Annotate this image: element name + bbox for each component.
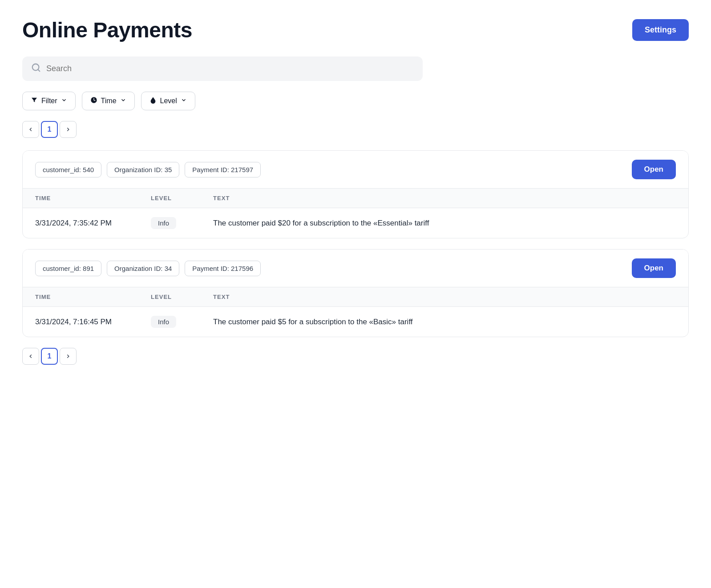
level-badge-2: Info — [151, 316, 176, 328]
page-title: Online Payments — [22, 18, 192, 42]
svg-line-1 — [38, 69, 40, 71]
customer-id-tag-2: customer_id: 891 — [35, 261, 101, 276]
card-header-1: customer_id: 540 Organization ID: 35 Pay… — [23, 151, 688, 188]
table-row: 3/31/2024, 7:35:42 PM Info The customer … — [23, 208, 688, 238]
col-header-level-2: LEVEL — [138, 287, 201, 307]
current-page-top: 1 — [41, 121, 58, 138]
filter-icon — [31, 97, 38, 105]
search-icon — [31, 63, 41, 75]
row-time-1: 3/31/2024, 7:35:42 PM — [23, 208, 138, 238]
level-filter-button[interactable]: Level — [141, 92, 195, 110]
time-label: Time — [101, 97, 117, 105]
card-tags-2: customer_id: 891 Organization ID: 34 Pay… — [35, 261, 261, 276]
time-filter-button[interactable]: Time — [82, 92, 135, 110]
filter-button[interactable]: Filter — [22, 92, 76, 110]
col-header-time-1: TIME — [23, 189, 138, 208]
col-header-text-2: TEXT — [201, 287, 688, 307]
next-page-bottom-button[interactable] — [60, 348, 77, 365]
prev-page-bottom-button[interactable] — [22, 348, 39, 365]
open-button-2[interactable]: Open — [632, 258, 676, 278]
col-header-time-2: TIME — [23, 287, 138, 307]
level-chevron-icon — [181, 97, 187, 105]
table-header-row-1: TIME LEVEL TEXT — [23, 189, 688, 208]
organization-id-tag-2: Organization ID: 34 — [107, 261, 179, 276]
payment-table-2: TIME LEVEL TEXT 3/31/2024, 7:16:45 PM In… — [23, 287, 688, 337]
pagination-top: 1 — [22, 121, 689, 138]
row-level-1: Info — [138, 208, 201, 238]
payment-id-tag-2: Payment ID: 217596 — [185, 261, 261, 276]
time-chevron-icon — [120, 97, 126, 105]
pagination-bottom: 1 — [22, 348, 689, 365]
level-badge-1: Info — [151, 217, 176, 229]
card-tags-1: customer_id: 540 Organization ID: 35 Pay… — [35, 162, 261, 177]
payment-table-1: TIME LEVEL TEXT 3/31/2024, 7:35:42 PM In… — [23, 188, 688, 238]
level-label: Level — [160, 97, 177, 105]
filter-chevron-icon — [61, 97, 67, 105]
next-page-top-button[interactable] — [60, 121, 77, 138]
payment-id-tag-1: Payment ID: 217597 — [185, 162, 261, 177]
page-header: Online Payments Settings — [22, 18, 689, 42]
col-header-level-1: LEVEL — [138, 189, 201, 208]
row-text-1: The customer paid $20 for a subscription… — [201, 208, 688, 238]
prev-page-top-button[interactable] — [22, 121, 39, 138]
row-level-2: Info — [138, 307, 201, 337]
search-input[interactable] — [46, 64, 414, 73]
current-page-bottom: 1 — [41, 348, 58, 365]
customer-id-tag-1: customer_id: 540 — [35, 162, 101, 177]
search-wrapper — [22, 56, 423, 81]
open-button-1[interactable]: Open — [632, 160, 676, 179]
row-time-2: 3/31/2024, 7:16:45 PM — [23, 307, 138, 337]
settings-button[interactable]: Settings — [632, 19, 689, 41]
payment-card-2: customer_id: 891 Organization ID: 34 Pay… — [22, 249, 689, 337]
col-header-text-1: TEXT — [201, 189, 688, 208]
table-header-row-2: TIME LEVEL TEXT — [23, 287, 688, 307]
table-row: 3/31/2024, 7:16:45 PM Info The customer … — [23, 307, 688, 337]
organization-id-tag-1: Organization ID: 35 — [107, 162, 179, 177]
search-container — [22, 56, 689, 81]
filters-row: Filter Time Level — [22, 92, 689, 110]
card-header-2: customer_id: 891 Organization ID: 34 Pay… — [23, 250, 688, 287]
row-text-2: The customer paid $5 for a subscription … — [201, 307, 688, 337]
payment-card-1: customer_id: 540 Organization ID: 35 Pay… — [22, 150, 689, 238]
level-icon — [149, 97, 157, 105]
filter-label: Filter — [41, 97, 57, 105]
time-icon — [90, 97, 97, 105]
